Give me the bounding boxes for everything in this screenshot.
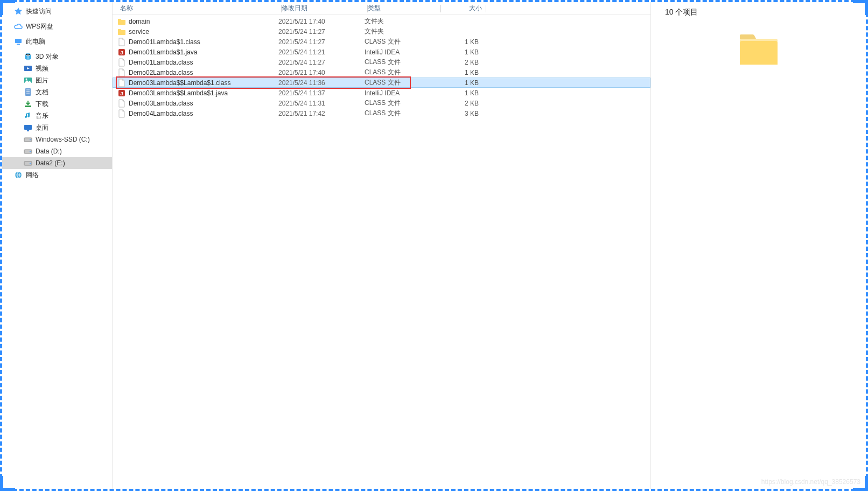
desktop-icon bbox=[24, 123, 32, 132]
file-row[interactable]: Demo03Lambda.class2021/5/24 11:31CLASS 文… bbox=[113, 98, 650, 108]
tree-item[interactable]: 下载 bbox=[2, 98, 112, 110]
tree-item-label: 文档 bbox=[36, 88, 48, 97]
tree-item[interactable]: 图片 bbox=[2, 74, 112, 86]
pic-icon bbox=[24, 76, 32, 85]
java-icon: J bbox=[117, 89, 127, 97]
file-type: CLASS 文件 bbox=[365, 99, 438, 108]
tree-item-label: 3D 对象 bbox=[36, 52, 59, 61]
file-type: CLASS 文件 bbox=[365, 58, 438, 67]
file-icon bbox=[117, 79, 127, 87]
tree-item-label: 快速访问 bbox=[26, 7, 52, 16]
file-row[interactable]: domain2021/5/21 17:40文件夹 bbox=[113, 16, 650, 26]
cloud-icon bbox=[14, 22, 23, 31]
file-type: 文件夹 bbox=[365, 27, 438, 36]
file-type: CLASS 文件 bbox=[365, 109, 438, 118]
tree-item[interactable]: WPS网盘 bbox=[2, 20, 112, 32]
tree-item[interactable]: 音乐 bbox=[2, 110, 112, 122]
drive-icon bbox=[24, 159, 32, 167]
selection-corner bbox=[0, 476, 3, 491]
tree-item[interactable]: Windows-SSD (C:) bbox=[2, 134, 112, 145]
svg-rect-5 bbox=[25, 88, 31, 96]
svg-point-14 bbox=[30, 151, 31, 152]
tree-item-label: Data (D:) bbox=[36, 148, 62, 155]
file-name: domain bbox=[129, 18, 278, 25]
pc-icon bbox=[14, 37, 23, 46]
column-header-row: 名称 修改日期 类型 大小 bbox=[113, 2, 650, 15]
navigation-tree[interactable]: 快速访问WPS网盘此电脑3D 对象视频图片文档下载音乐桌面Windows-SSD… bbox=[2, 2, 113, 489]
tree-item[interactable]: Data2 (E:) bbox=[2, 157, 112, 169]
net-icon bbox=[14, 171, 23, 179]
tree-item[interactable]: 文档 bbox=[2, 86, 112, 98]
file-type: 文件夹 bbox=[365, 17, 438, 26]
file-row[interactable]: JDemo03Lambda$$Lambda$1.java2021/5/24 11… bbox=[113, 88, 650, 98]
music-icon bbox=[24, 111, 32, 120]
tree-item[interactable]: 网络 bbox=[2, 169, 112, 181]
column-modified-header[interactable]: 修改日期 bbox=[282, 4, 368, 13]
java-icon: J bbox=[117, 48, 127, 57]
file-icon bbox=[117, 109, 127, 118]
file-size: 2 KB bbox=[438, 100, 483, 107]
svg-rect-8 bbox=[27, 130, 29, 131]
tree-item-label: 图片 bbox=[36, 76, 48, 85]
preview-pane: 10 个项目 bbox=[650, 2, 866, 489]
file-size: 1 KB bbox=[438, 79, 483, 87]
column-separator[interactable] bbox=[486, 5, 486, 12]
file-name: Demo03Lambda$$Lambda$1.class bbox=[129, 79, 278, 87]
tree-item[interactable]: 3D 对象 bbox=[2, 51, 112, 62]
file-row[interactable]: JDemo01Lambda$1.java2021/5/24 11:21Intel… bbox=[113, 47, 650, 57]
file-row[interactable]: Demo02Lambda.class2021/5/21 17:40CLASS 文… bbox=[113, 67, 650, 78]
selection-corner bbox=[865, 476, 868, 491]
tree-item[interactable]: Data (D:) bbox=[2, 145, 112, 157]
tree-item[interactable]: 视频 bbox=[2, 62, 112, 74]
file-row[interactable]: Demo04Lambda.class2021/5/21 17:42CLASS 文… bbox=[113, 108, 650, 118]
drive-icon bbox=[24, 135, 32, 144]
file-name: Demo02Lambda.class bbox=[129, 69, 278, 76]
tree-item[interactable]: 快速访问 bbox=[2, 5, 112, 17]
file-size: 1 KB bbox=[438, 48, 483, 56]
file-icon bbox=[117, 38, 127, 46]
video-icon bbox=[24, 64, 32, 73]
file-name: Demo01Lambda$1.class bbox=[129, 38, 278, 46]
file-modified: 2021/5/24 11:37 bbox=[278, 89, 365, 97]
tree-item-label: Windows-SSD (C:) bbox=[36, 136, 90, 143]
file-modified: 2021/5/21 17:40 bbox=[278, 18, 365, 25]
selection-corner bbox=[865, 0, 868, 15]
svg-point-17 bbox=[30, 163, 31, 164]
tree-item-label: WPS网盘 bbox=[26, 22, 53, 31]
file-explorer-window: 快速访问WPS网盘此电脑3D 对象视频图片文档下载音乐桌面Windows-SSD… bbox=[0, 0, 868, 491]
file-modified: 2021/5/24 11:36 bbox=[278, 79, 365, 87]
svg-point-11 bbox=[30, 139, 31, 141]
file-name: Demo03Lambda$$Lambda$1.java bbox=[129, 89, 278, 97]
folder-icon bbox=[117, 27, 127, 36]
file-row[interactable]: Demo03Lambda$$Lambda$1.class2021/5/24 11… bbox=[113, 78, 650, 88]
file-type: CLASS 文件 bbox=[365, 37, 438, 46]
download-icon bbox=[24, 100, 32, 108]
folder-preview-icon bbox=[739, 33, 779, 66]
column-type-header[interactable]: 类型 bbox=[368, 4, 441, 13]
svg-text:J: J bbox=[120, 91, 123, 96]
file-list[interactable]: domain2021/5/21 17:40文件夹service2021/5/24… bbox=[113, 15, 650, 489]
file-modified: 2021/5/24 11:27 bbox=[278, 38, 365, 46]
file-row[interactable]: Demo01Lambda$1.class2021/5/24 11:27CLASS… bbox=[113, 37, 650, 47]
file-name: Demo04Lambda.class bbox=[129, 110, 278, 117]
file-row[interactable]: service2021/5/24 11:27文件夹 bbox=[113, 26, 650, 37]
file-modified: 2021/5/21 17:40 bbox=[278, 69, 365, 76]
cube-icon bbox=[24, 52, 32, 61]
tree-item[interactable]: 桌面 bbox=[2, 122, 112, 134]
tree-item[interactable]: 此电脑 bbox=[2, 36, 112, 47]
file-row[interactable]: Demo01Lambda.class2021/5/24 11:27CLASS 文… bbox=[113, 57, 650, 67]
column-name-header[interactable]: 名称 bbox=[120, 4, 282, 13]
file-size: 3 KB bbox=[438, 110, 483, 117]
svg-point-4 bbox=[26, 79, 27, 80]
column-size-header[interactable]: 大小 bbox=[441, 4, 486, 13]
svg-rect-6 bbox=[25, 106, 31, 107]
file-modified: 2021/5/24 11:31 bbox=[278, 100, 365, 107]
tree-item-label: Data2 (E:) bbox=[36, 159, 65, 167]
file-size: 2 KB bbox=[438, 59, 483, 66]
file-modified: 2021/5/24 11:27 bbox=[278, 59, 365, 66]
tree-item-label: 视频 bbox=[36, 64, 48, 73]
main-area: 快速访问WPS网盘此电脑3D 对象视频图片文档下载音乐桌面Windows-SSD… bbox=[2, 2, 866, 489]
file-icon bbox=[117, 99, 127, 108]
file-name: Demo01Lambda$1.java bbox=[129, 48, 278, 56]
file-size: 1 KB bbox=[438, 38, 483, 46]
